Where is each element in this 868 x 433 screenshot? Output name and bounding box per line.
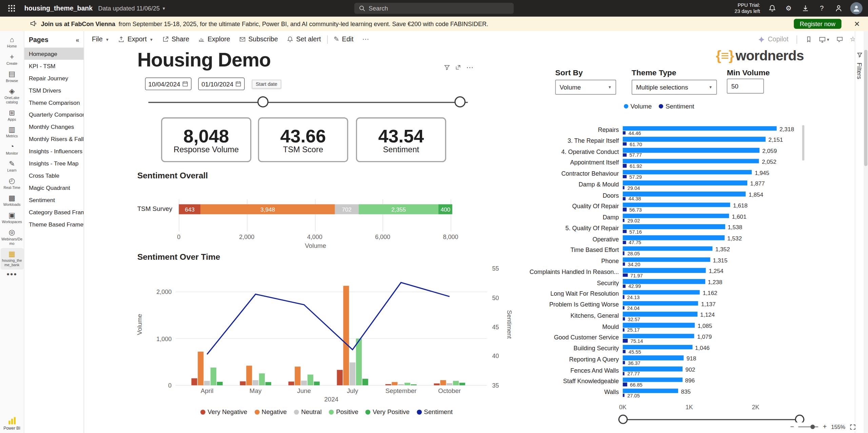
volume-bar[interactable]	[623, 148, 760, 153]
volume-bar[interactable]	[623, 126, 777, 131]
sentiment-bar[interactable]	[623, 219, 625, 222]
legend-item-neutral[interactable]: Neutral	[294, 409, 322, 415]
help-icon[interactable]: ?	[817, 4, 827, 13]
volume-bar[interactable]	[623, 257, 710, 262]
bar-negative-june[interactable]	[295, 367, 300, 385]
volume-bar[interactable]	[623, 235, 725, 240]
legend-item-very-positive[interactable]: Very Positive	[366, 409, 410, 415]
bar-positive-may[interactable]	[259, 373, 265, 385]
rail-item-metrics[interactable]: ▥Metrics	[0, 124, 24, 141]
pages-item-magic-quadrant[interactable]: Magic Quadrant	[24, 182, 84, 194]
theme-row-problem-is-getting-worse[interactable]: Problem Is Getting Worse1,13724.04	[521, 299, 805, 310]
pages-item-tsm-drivers[interactable]: TSM Drivers	[24, 84, 84, 96]
search-box[interactable]	[354, 3, 514, 14]
bar-positive-april[interactable]	[211, 368, 216, 385]
theme-row-operative[interactable]: Operative1,53247.75	[521, 234, 805, 245]
rail-more-button[interactable]: ●●●	[6, 271, 17, 276]
pages-item-monthly-risers-fallers[interactable]: Monthly Risers & Fallers	[24, 133, 84, 145]
data-updated-dropdown[interactable]: Data updated 11/06/25 ▼	[98, 5, 166, 12]
set-alert-button[interactable]: Set alert	[282, 31, 326, 47]
sentiment-bar[interactable]	[623, 175, 627, 178]
volume-bar[interactable]	[623, 181, 748, 185]
view-monitor-icon[interactable]: ▼	[819, 36, 830, 43]
theme-row-damp[interactable]: Damp1,60129.02	[521, 212, 805, 223]
rail-item-workloads[interactable]: ▩Workloads	[0, 192, 24, 209]
bar-very-positive-may[interactable]	[265, 382, 271, 386]
legend-item-sentiment[interactable]: Sentiment	[417, 409, 453, 415]
pages-item-insights-influencers[interactable]: Insights - Influencers	[24, 145, 84, 157]
filter-funnel-icon[interactable]	[444, 64, 450, 70]
banner-close-icon[interactable]: ✕	[852, 20, 861, 28]
volume-bar[interactable]	[623, 290, 700, 295]
themes-scrollbar[interactable]	[802, 125, 805, 160]
rail-item-home[interactable]: ⌂Home	[0, 34, 24, 51]
fit-to-page-icon[interactable]	[850, 424, 856, 430]
sentiment-bar[interactable]	[623, 131, 626, 135]
banner-headline[interactable]: Join us at FabCon Vienna	[41, 20, 115, 27]
file-menu-button[interactable]: File▼	[87, 31, 114, 47]
export-menu-button[interactable]: Export▼	[114, 31, 158, 47]
user-avatar[interactable]	[850, 2, 863, 15]
pages-item-homepage[interactable]: Homepage	[24, 47, 84, 60]
sentiment-line[interactable]	[207, 282, 450, 354]
bar-negative-may[interactable]	[246, 366, 252, 385]
pages-item-monthly-changes[interactable]: Monthly Changes	[24, 121, 84, 133]
theme-row-repairs[interactable]: Repairs2,31844.46	[521, 124, 805, 135]
bar-very-positive-june[interactable]	[314, 381, 320, 385]
sentiment-over-time-chart[interactable]	[176, 269, 487, 386]
bar-very-negative-april[interactable]	[191, 378, 197, 386]
theme-row-fences-and-walls[interactable]: Fences And Walls90227.77	[521, 365, 805, 376]
subscribe-button[interactable]: Subscribe	[235, 31, 282, 47]
sentiment-bar[interactable]	[623, 208, 627, 211]
bar-very-negative-june[interactable]	[289, 381, 294, 385]
slider-handle-start[interactable]	[618, 415, 628, 424]
pages-item-category-based-framew[interactable]: Category Based Framew...	[24, 206, 84, 218]
stacked-segment-positive[interactable]: 2,355	[359, 204, 439, 214]
bar-very-negative-october[interactable]	[434, 383, 440, 386]
visual-more-options-icon[interactable]: ⋯	[466, 63, 473, 71]
volume-bar[interactable]	[623, 323, 695, 328]
volume-bar[interactable]	[623, 377, 683, 382]
theme-row-complaints-handled-in-reason[interactable]: Complaints Handled In Reason...1,25471.9…	[521, 267, 805, 278]
rail-item-browse[interactable]: ▤Browse	[0, 68, 24, 85]
bar-very-positive-april[interactable]	[217, 382, 223, 385]
sentiment-bar[interactable]	[623, 361, 625, 364]
theme-row-reporting-a-query[interactable]: Reporting A Query91836.37	[521, 354, 805, 365]
bar-very-positive-july[interactable]	[362, 379, 368, 385]
comment-icon[interactable]	[836, 36, 843, 43]
settings-gear-icon[interactable]: ⚙	[784, 4, 793, 13]
theme-row-time-based-effort[interactable]: Time Based Effort1,35228.05	[521, 245, 805, 256]
theme-row-4-operative-conduct[interactable]: 4. Operative Conduct2,05957.77	[521, 146, 805, 157]
sentiment-bar[interactable]	[623, 328, 625, 332]
min-volume-input[interactable]	[727, 79, 764, 94]
rail-item-apps[interactable]: ⊞Apps	[0, 106, 24, 123]
filters-pane-collapsed[interactable]: Filters	[855, 31, 864, 433]
slider-handle-end[interactable]	[454, 96, 466, 107]
volume-bar[interactable]	[623, 367, 683, 371]
sentiment-bar[interactable]	[623, 273, 628, 277]
download-icon[interactable]	[801, 4, 810, 13]
stacked-segment-negative[interactable]: 3,948	[201, 204, 335, 214]
bookmark-icon[interactable]	[806, 36, 812, 43]
bar-neutral-april[interactable]	[204, 381, 210, 385]
sentiment-bar[interactable]	[623, 142, 627, 145]
sentiment-bar[interactable]	[623, 306, 625, 310]
sentiment-bar[interactable]	[623, 241, 626, 244]
bar-negative-september[interactable]	[392, 382, 397, 386]
sort-by-dropdown[interactable]: Volume ▼	[555, 80, 616, 95]
volume-bar[interactable]	[623, 301, 698, 306]
zoom-slider-thumb[interactable]	[811, 425, 815, 429]
volume-bar[interactable]	[623, 268, 706, 273]
sentiment-bar[interactable]	[623, 153, 627, 157]
rail-item-real-time[interactable]: ◴Real-Time	[0, 175, 24, 192]
pages-item-cross-table[interactable]: Cross Table	[24, 170, 84, 182]
copilot-button[interactable]: Copilot	[758, 35, 788, 43]
sentiment-bar[interactable]	[623, 164, 627, 168]
bar-negative-july[interactable]	[343, 286, 349, 386]
theme-row-kitchens-general[interactable]: Kitchens, General1,12432.57	[521, 311, 805, 321]
sentiment-bar[interactable]	[623, 394, 625, 397]
theme-row-quality-of-repair[interactable]: Quality Of Repair1,61856.73	[521, 201, 805, 212]
sentiment-bar[interactable]	[623, 383, 627, 386]
theme-row-doors[interactable]: Doors1,85444.38	[521, 190, 805, 201]
explore-button[interactable]: Explore	[194, 31, 234, 47]
